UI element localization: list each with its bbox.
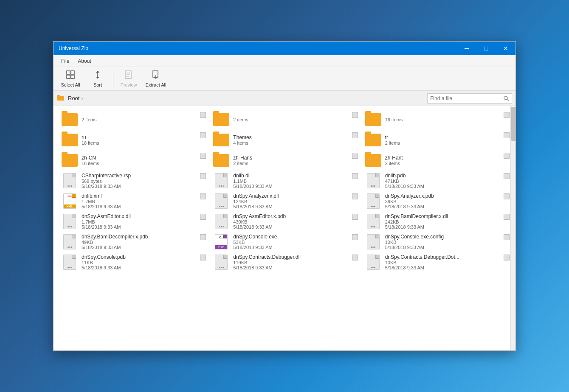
sort-button[interactable]: Sort: [84, 69, 111, 89]
file-checkbox[interactable]: [200, 112, 206, 118]
file-checkbox[interactable]: [352, 153, 358, 159]
file-checkbox[interactable]: [504, 214, 510, 220]
maximize-button[interactable]: □: [476, 42, 496, 55]
file-info: CSharpInteractive.rsp 569 bytes 5/18/201…: [80, 173, 206, 189]
list-item[interactable]: zh-CN 16 items: [57, 150, 208, 171]
list-item[interactable]: 2 items: [208, 109, 360, 130]
list-item[interactable]: dnSpy.Console.exe.config 10KB 5/18/2018 …: [361, 232, 512, 252]
list-item[interactable]: 16 items: [361, 109, 512, 130]
file-checkbox[interactable]: [200, 132, 206, 138]
file-checkbox[interactable]: [504, 173, 510, 179]
list-item[interactable]: dnSpy.Console.pdb 11KB 5/18/2018 9:33 AM: [57, 252, 208, 272]
file-icon-area: [211, 193, 231, 210]
file-icon-dots: [371, 206, 375, 207]
folder-icon: [62, 154, 78, 167]
file-info: zh-CN 16 items: [80, 155, 206, 166]
list-item[interactable]: dnlib.pdb 471KB 5/18/2018 9:33 AM: [361, 171, 512, 191]
file-checkbox[interactable]: [352, 132, 358, 138]
list-item[interactable]: dnSpy.Contracts.Debugger.Dot... 10KB 5/1…: [361, 252, 512, 272]
list-item[interactable]: CSharpInteractive.rsp 569 bytes 5/18/201…: [57, 171, 208, 191]
file-checkbox[interactable]: [504, 112, 510, 118]
list-item[interactable]: dnSpy.Contracts.Debugger.dll 119KB 5/18/…: [208, 252, 360, 272]
file-checkbox[interactable]: [352, 255, 358, 260]
extract-all-button[interactable]: Extract All: [142, 69, 169, 89]
file-info: dnlib.xml 1.7MB 5/18/2018 9:33 AM: [80, 193, 206, 209]
list-item[interactable]: zh-Hant 2 items: [361, 150, 512, 171]
list-item[interactable]: dnSpy.Analyzer.x.dll 134KB 5/18/2018 9:3…: [208, 191, 360, 211]
file-checkbox[interactable]: [200, 193, 206, 199]
menu-file[interactable]: File: [57, 56, 73, 66]
file-checkbox[interactable]: [200, 214, 206, 220]
minimize-button[interactable]: ─: [457, 42, 476, 55]
list-item[interactable]: dnSpy.Analyzer.x.pdb 36KB 5/18/2018 9:33…: [361, 191, 512, 211]
list-item[interactable]: dnSpy.AsmEditor.x.dll 1.7MB 5/18/2018 9:…: [57, 211, 208, 232]
search-box[interactable]: [427, 93, 512, 104]
file-name: dnSpy.Analyzer.x.pdb: [385, 193, 510, 199]
list-item[interactable]: dnSpy.BamlDecompiler.x.pdb 49KB 5/18/201…: [57, 232, 208, 252]
list-item[interactable]: 2 items: [57, 109, 208, 130]
file-checkbox[interactable]: [504, 234, 510, 240]
preview-icon: [124, 70, 133, 81]
list-item[interactable]: ru 18 items: [57, 130, 208, 150]
file-list[interactable]: 2 items 2 items 16 items ru 18 items The…: [54, 106, 515, 350]
file-name: ru: [82, 134, 206, 140]
generic-file-icon: [367, 214, 380, 229]
search-input[interactable]: [430, 95, 501, 101]
file-checkbox[interactable]: [352, 234, 358, 240]
file-checkbox[interactable]: [352, 173, 358, 179]
list-item[interactable]: zh-Hans 2 items: [208, 150, 360, 171]
svg-rect-0: [67, 71, 70, 74]
file-name: dnlib.pdb: [385, 173, 510, 179]
folder-icon: [213, 113, 229, 126]
scrollbar-thumb[interactable]: [511, 107, 515, 141]
file-checkbox[interactable]: [504, 132, 510, 138]
folder-icon-area: [363, 132, 383, 148]
file-date: 5/18/2018 9:33 AM: [82, 204, 206, 209]
folder-icon: [213, 154, 229, 167]
list-item[interactable]: C:/ EXE dnSpy.Console.exe 53KB 5/18/2018…: [208, 232, 360, 252]
file-info: 16 items: [383, 117, 510, 122]
file-name: Themes: [233, 134, 358, 140]
file-info: dnSpy.AsmEditor.x.dll 1.7MB 5/18/2018 9:…: [80, 213, 206, 230]
svg-rect-12: [57, 95, 60, 97]
list-item[interactable]: dnlib.dll 1.1MB 5/18/2018 9:33 AM: [208, 171, 360, 191]
file-icon-dots: [68, 185, 72, 187]
extract-all-icon: [151, 70, 161, 81]
file-meta: 2 items: [233, 161, 358, 166]
file-checkbox[interactable]: [504, 193, 510, 199]
breadcrumb-root[interactable]: Root: [68, 95, 79, 101]
close-button[interactable]: ✕: [496, 42, 515, 55]
file-checkbox[interactable]: [352, 193, 358, 199]
xml-icon-area: </> XML: [59, 193, 80, 210]
list-item[interactable]: </> XML dnlib.xml 1.7MB 5/18/2018 9:33 A…: [57, 191, 208, 211]
list-item[interactable]: dnSpy.BamlDecompiler.x.dll 242KB 5/18/20…: [361, 211, 512, 232]
file-checkbox[interactable]: [200, 234, 206, 240]
addressbar: Root ›: [54, 91, 515, 106]
file-checkbox[interactable]: [504, 255, 510, 260]
file-name: dnSpy.AsmEditor.x.dll: [82, 213, 206, 219]
menu-about[interactable]: About: [73, 56, 95, 66]
file-icon-dots: [219, 185, 224, 187]
exe-icon-area: C:/ EXE: [211, 233, 231, 250]
list-item[interactable]: dnSpy.AsmEditor.x.pdb 430KB 5/18/2018 9:…: [208, 211, 360, 232]
file-info: dnSpy.Analyzer.x.pdb 36KB 5/18/2018 9:33…: [383, 193, 510, 209]
xml-tag: </>: [68, 195, 72, 198]
file-checkbox[interactable]: [352, 214, 358, 220]
list-item[interactable]: tr 2 items: [361, 130, 512, 150]
folder-icon-area: [211, 152, 231, 169]
scrollbar[interactable]: [510, 106, 515, 350]
list-item[interactable]: Themes 4 items: [208, 130, 360, 150]
file-size: 242KB: [385, 219, 510, 224]
file-checkbox[interactable]: [200, 255, 206, 260]
file-info: zh-Hant 2 items: [383, 155, 510, 166]
preview-button[interactable]: Preview: [115, 69, 142, 89]
file-checkbox[interactable]: [200, 153, 206, 159]
file-date: 5/18/2018 9:33 AM: [233, 245, 358, 250]
file-checkbox[interactable]: [352, 112, 358, 118]
generic-file-icon: [63, 173, 76, 188]
window-title: Universal Zip: [59, 45, 88, 51]
file-checkbox[interactable]: [200, 173, 206, 179]
select-all-button[interactable]: Select All: [57, 69, 84, 89]
file-info: dnSpy.Contracts.Debugger.Dot... 10KB 5/1…: [383, 254, 510, 270]
file-checkbox[interactable]: [504, 153, 510, 159]
